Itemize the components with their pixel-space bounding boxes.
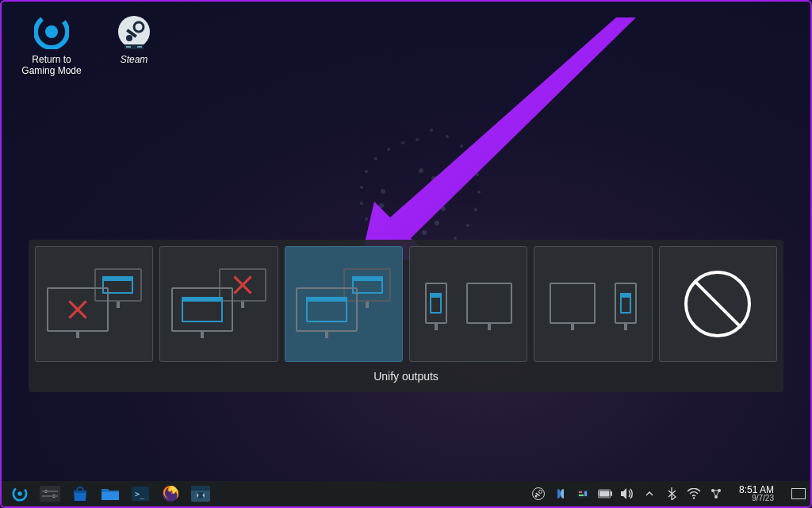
system-tray: 8:51 AM 9/7/23 bbox=[531, 485, 806, 502]
svg-marker-9 bbox=[358, 17, 636, 270]
osd-options-row bbox=[35, 246, 777, 362]
svg-point-2 bbox=[118, 16, 150, 48]
settings-sliders-icon bbox=[40, 486, 60, 502]
desktop-icon-steam[interactable]: Steam bbox=[98, 13, 170, 65]
svg-point-28 bbox=[534, 495, 537, 497]
taskbar-steamdeck-menu[interactable] bbox=[6, 483, 33, 504]
osd-option-extend-left[interactable] bbox=[409, 246, 527, 362]
terminal-icon: >_ bbox=[132, 487, 149, 501]
no-sign-icon bbox=[684, 271, 751, 337]
taskbar-discover-store[interactable] bbox=[67, 483, 94, 504]
steam-tray-icon[interactable] bbox=[531, 487, 546, 501]
svg-rect-36 bbox=[599, 491, 610, 496]
clapboard-icon bbox=[191, 486, 210, 502]
taskbar-firefox[interactable] bbox=[157, 483, 184, 504]
svg-point-37 bbox=[693, 497, 695, 498]
bluetooth-icon[interactable] bbox=[665, 487, 679, 501]
steamdeck-logo-icon bbox=[12, 486, 28, 502]
taskbar: >_ bbox=[2, 481, 810, 506]
desktop-icon-label: Steam bbox=[121, 54, 148, 65]
svg-rect-17 bbox=[102, 492, 119, 500]
osd-caption: Unify outputs bbox=[373, 370, 439, 383]
svg-point-11 bbox=[17, 491, 21, 495]
taskbar-media-app[interactable] bbox=[187, 483, 214, 504]
svg-rect-31 bbox=[579, 491, 582, 493]
osd-option-extend-right[interactable] bbox=[534, 246, 652, 362]
steam-icon bbox=[115, 13, 153, 51]
osd-option-internal-only[interactable] bbox=[159, 246, 278, 362]
osd-option-do-nothing[interactable] bbox=[659, 246, 777, 362]
folder-icon bbox=[101, 487, 120, 501]
svg-rect-33 bbox=[584, 491, 587, 496]
osd-option-external-only[interactable] bbox=[35, 246, 153, 362]
taskbar-file-manager[interactable] bbox=[97, 483, 124, 504]
svg-rect-22 bbox=[191, 486, 210, 491]
desktop: Return to Gaming Mode Steam bbox=[2, 2, 810, 483]
svg-rect-12 bbox=[40, 486, 60, 502]
battery-icon[interactable] bbox=[598, 487, 612, 501]
firefox-icon bbox=[162, 485, 179, 502]
qb-tray-icon[interactable] bbox=[553, 487, 568, 501]
svg-rect-35 bbox=[611, 491, 612, 495]
svg-rect-16 bbox=[42, 495, 58, 497]
steamdeck-logo-icon bbox=[33, 13, 71, 51]
network-icon[interactable] bbox=[709, 487, 723, 501]
svg-rect-14 bbox=[42, 491, 58, 492]
svg-point-1 bbox=[45, 25, 58, 38]
taskbar-konsole[interactable]: >_ bbox=[127, 483, 154, 504]
svg-point-4 bbox=[126, 35, 132, 41]
show-desktop-button[interactable] bbox=[791, 488, 806, 499]
svg-point-27 bbox=[538, 491, 542, 494]
taskbar-clock[interactable]: 8:51 AM 9/7/23 bbox=[739, 485, 774, 502]
wifi-icon[interactable] bbox=[687, 487, 701, 501]
svg-text:>_: >_ bbox=[135, 490, 145, 499]
disk-activity-icon[interactable] bbox=[576, 487, 590, 501]
taskbar-settings[interactable] bbox=[36, 483, 63, 504]
desktop-icon-label: Return to Gaming Mode bbox=[21, 54, 81, 77]
svg-rect-7 bbox=[126, 46, 131, 48]
svg-rect-8 bbox=[137, 46, 142, 48]
osd-option-unify-outputs[interactable] bbox=[285, 246, 403, 362]
display-output-osd: Unify outputs bbox=[29, 240, 783, 392]
clock-date: 9/7/23 bbox=[739, 495, 774, 502]
svg-point-26 bbox=[532, 488, 544, 500]
shopping-bag-icon bbox=[71, 486, 89, 502]
chevron-up-icon[interactable] bbox=[642, 487, 657, 501]
svg-rect-32 bbox=[579, 495, 584, 496]
volume-icon[interactable] bbox=[620, 487, 634, 501]
desktop-icon-return-gaming[interactable]: Return to Gaming Mode bbox=[16, 13, 87, 77]
